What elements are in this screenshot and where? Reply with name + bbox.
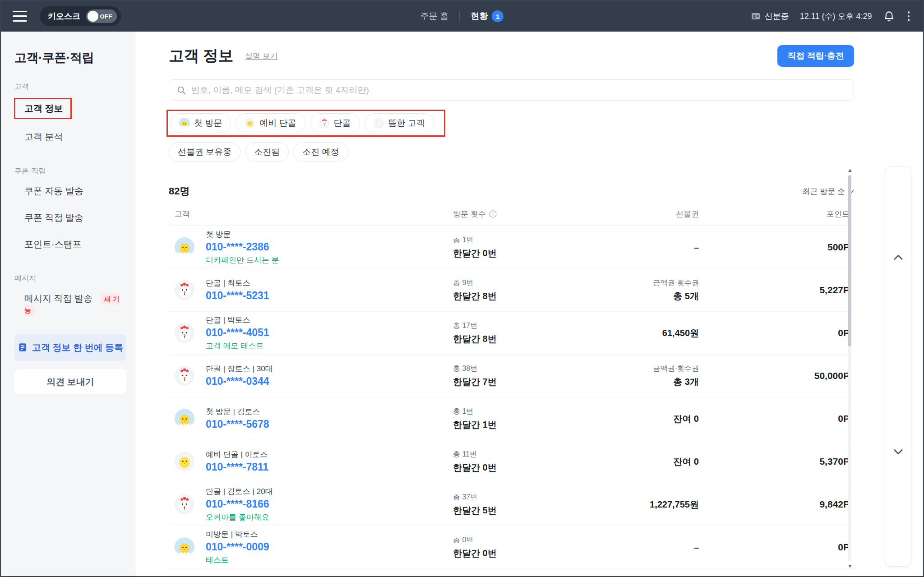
customer-segment-label: 단골 | 최토스 [206, 278, 269, 288]
visits-cell: 총 1번 한달간 1번 [453, 407, 593, 431]
egg-icon [374, 118, 384, 129]
visits-month: 한달간 0번 [453, 462, 593, 474]
main-header: 고객 정보 설명 보기 직접 적립·충전 [169, 45, 854, 67]
sidebar-section-customers: 고객 [14, 82, 126, 92]
customer-cell: 예비 단골 | 이토스 010-****-7811 [169, 449, 453, 474]
table-row[interactable]: 첫 방문 | 김토스 010-****-5678 총 1번 한달간 1번 잔여 … [169, 397, 854, 440]
sort-dropdown[interactable]: 최근 방문 순 [803, 186, 854, 197]
customer-segment-label: 단골 | 박토스 [206, 315, 269, 325]
scrollbar-track[interactable] [848, 175, 851, 562]
topbar-nav: 주문 홈 현황 1 [420, 10, 504, 22]
customer-phone-link[interactable]: 010-****-2386 [206, 241, 279, 254]
id-verification-button[interactable]: 신분증 [750, 11, 789, 22]
customer-text: 미방문 | 박토스 010-****-0009 테스트 [206, 529, 269, 566]
prepaid-cell: 금액권·횟수권 총 3개 [593, 364, 699, 388]
customer-cell: 첫 방문 010-****-2386 디카페인만 드시는 분 [169, 229, 453, 266]
table-row[interactable]: 단골 | 최토스 010-****-5231 총 9번 한달간 8번 금액권·횟… [169, 269, 854, 312]
visits-month: 한달간 5번 [453, 504, 593, 517]
customer-text: 단골 | 박토스 010-****-4051 고객 메모 테스트 [206, 315, 269, 351]
main-inner: 고객 정보 설명 보기 직접 적립·충전 첫 방문 예비 단골 단골 뜸한 고객 [169, 45, 854, 577]
visits-total: 총 1번 [453, 407, 593, 416]
points-cell: 0P [699, 413, 854, 424]
hamburger-menu-icon[interactable] [13, 11, 27, 22]
table-row[interactable]: 단골 | 박토스 010-****-4051 고객 메모 테스트 총 17번 한… [169, 312, 854, 355]
kiosk-toggle[interactable]: 키오스크 OFF [40, 6, 121, 26]
scroll-up-button[interactable] [885, 251, 911, 264]
sidebar-item-coupon-auto[interactable]: 쿠폰 자동 발송 [14, 178, 126, 204]
points-cell: 9,842P [699, 499, 854, 510]
points-cell: 50,000P [699, 370, 854, 381]
customer-memo: 디카페인만 드시는 분 [206, 255, 279, 265]
scrollbar-down-arrow[interactable] [848, 565, 852, 568]
table-row[interactable]: 단골 | 김토스 | 20대 010-****-8166 오커아를 좋아해요 총… [169, 483, 854, 526]
sidebar-item-customer-analysis[interactable]: 고객 분석 [14, 124, 126, 150]
table-row[interactable]: 예비 단골 | 이토스 010-****-7811 총 11번 한달간 0번 잔… [169, 440, 854, 483]
customer-segment-label: 예비 단골 | 이토스 [206, 449, 268, 460]
visits-total: 총 17번 [453, 321, 593, 331]
customer-memo: 테스트 [206, 555, 269, 565]
search-icon [176, 85, 186, 95]
customer-segment-label: 단골 | 김토스 | 20대 [206, 486, 273, 497]
table-row-partial [169, 569, 854, 577]
kiosk-label: 키오스크 [48, 11, 80, 22]
customer-phone-link[interactable]: 010-****-5678 [206, 418, 269, 431]
sidebar-item-customer-info[interactable]: 고객 정보 [14, 93, 126, 124]
notification-bell-icon[interactable] [883, 10, 895, 23]
filter-chip[interactable]: 소진됨 [245, 142, 289, 162]
bulk-register-button[interactable]: 고객 정보 한 번에 등록 [14, 334, 126, 361]
customer-phone-link[interactable]: 010-****-8166 [206, 498, 273, 511]
points-cell: 0P [699, 328, 854, 338]
table-row[interactable]: 첫 방문 010-****-2386 디카페인만 드시는 분 총 1번 한달간 … [169, 226, 854, 269]
visits-month: 한달간 0번 [453, 547, 593, 559]
filter-chip[interactable]: 첫 방문 [170, 113, 231, 133]
customer-cell: 단골 | 박토스 010-****-4051 고객 메모 테스트 [169, 315, 453, 351]
list-scrollbar[interactable] [848, 169, 852, 568]
customer-phone-link[interactable]: 010-****-5231 [206, 290, 269, 302]
chip-label: 선불권 보유중 [178, 146, 231, 158]
visits-cell: 총 17번 한달간 8번 [453, 321, 593, 345]
search-bar[interactable] [169, 79, 854, 101]
nav-status[interactable]: 현황 1 [471, 10, 504, 22]
customer-phone-link[interactable]: 010-****-0009 [206, 541, 269, 554]
visits-cell: 총 0번 한달간 0번 [453, 535, 593, 559]
filter-chip[interactable]: 소진 예정 [293, 142, 348, 162]
table-row[interactable]: 단골 | 장토스 | 30대 010-****-0344 총 38번 한달간 7… [169, 355, 854, 397]
customer-phone-link[interactable]: 010-****-0344 [206, 375, 273, 388]
sidebar-item-message-direct[interactable]: 메시지 직접 발송 새 기능 [14, 285, 126, 322]
result-count: 82명 [169, 185, 189, 198]
feedback-button[interactable]: 의견 보내기 [14, 369, 126, 394]
filter-chip[interactable]: 뜸한 고객 [365, 113, 434, 133]
chip-label: 소진 예정 [302, 146, 339, 158]
rooster-icon [319, 118, 330, 129]
sidebar: 고객·쿠폰·적립 고객 고객 정보 고객 분석 쿠폰·적립 쿠폰 자동 발송 쿠… [1, 32, 136, 577]
help-link[interactable]: 설명 보기 [245, 51, 278, 61]
scroll-down-button[interactable] [885, 445, 911, 458]
customer-phone-link[interactable]: 010-****-7811 [206, 461, 268, 474]
visits-total: 총 0번 [453, 535, 593, 545]
sidebar-item-coupon-direct[interactable]: 쿠폰 직접 발송 [14, 204, 126, 231]
table-row[interactable]: 미방문 | 박토스 010-****-0009 테스트 총 0번 한달간 0번 … [169, 526, 854, 569]
points-cell: 500P [699, 242, 854, 253]
visits-month: 한달간 8번 [453, 290, 593, 302]
chick-blue-icon [179, 118, 190, 129]
more-options-icon[interactable] [906, 9, 912, 23]
filter-chip[interactable]: 예비 단골 [236, 113, 305, 133]
sidebar-title: 고객·쿠폰·적립 [14, 50, 126, 66]
filter-chip[interactable]: 선불권 보유중 [169, 142, 240, 162]
visits-cell: 총 1번 한달간 0번 [453, 235, 593, 259]
filter-chip[interactable]: 단골 [310, 113, 360, 133]
direct-charge-button[interactable]: 직접 적립·충전 [777, 45, 854, 67]
col-prepaid: 선불권 [593, 209, 699, 219]
nav-order-home[interactable]: 주문 홈 [420, 10, 448, 22]
rooster-icon [175, 366, 194, 386]
status-count-badge: 1 [492, 10, 504, 22]
kiosk-switch[interactable]: OFF [86, 9, 117, 23]
sidebar-item-points-stamp[interactable]: 포인트·스탬프 [14, 231, 126, 258]
customer-cell: 첫 방문 | 김토스 010-****-5678 [169, 406, 453, 431]
scrollbar-thumb[interactable] [848, 175, 851, 346]
search-input[interactable] [191, 85, 846, 95]
customer-phone-link[interactable]: 010-****-4051 [206, 327, 269, 339]
main-content: 고객 정보 설명 보기 직접 적립·충전 첫 방문 예비 단골 단골 뜸한 고객 [136, 32, 923, 577]
scrollbar-up-arrow[interactable] [848, 169, 852, 172]
info-icon[interactable] [489, 210, 497, 218]
